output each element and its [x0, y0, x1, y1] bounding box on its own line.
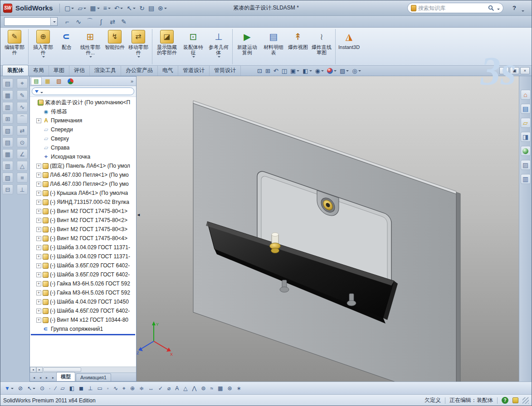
filter-edges-icon[interactable]: ∕ — [54, 384, 57, 393]
command-combobox[interactable] — [4, 17, 58, 26]
rebuild-icon[interactable]: ↻ — [138, 3, 146, 13]
tree-item[interactable]: + (固定) Панель ЛА6<1> (По умол — [30, 161, 136, 170]
expand-toggle-icon[interactable]: + — [36, 290, 41, 295]
filter-datums-icon[interactable]: △ — [182, 384, 188, 393]
left-toolbar-icon[interactable]: ∿ — [17, 102, 28, 112]
tree-item[interactable]: + (-) Шайба 4.65Г.029 ГОСТ 6402- — [30, 306, 136, 315]
filter-sketch-points-icon[interactable]: ◦ — [106, 384, 110, 393]
tab-animation1[interactable]: Анимация1 — [76, 373, 111, 381]
search-dropdown-chevron[interactable] — [496, 4, 500, 12]
go-last-tab-button[interactable]: ▸ — [50, 374, 56, 381]
scroll-left-arrow[interactable]: ◂ — [30, 367, 36, 372]
left-toolbar-icon[interactable]: ▤ — [2, 78, 13, 88]
expand-toggle-icon[interactable]: + — [36, 182, 41, 187]
fillet-tool-icon[interactable]: ⌐ — [62, 17, 72, 27]
apply-scene-icon[interactable]: ▨ — [339, 67, 350, 75]
filter-connection-points-icon[interactable]: ⊛ — [226, 384, 233, 393]
tree-item[interactable]: 传感器 — [30, 107, 136, 116]
expand-toggle-icon[interactable]: + — [36, 245, 41, 250]
scrollbar-thumb[interactable] — [43, 367, 81, 372]
left-toolbar-icon[interactable]: ✎ — [17, 90, 28, 100]
left-toolbar-icon[interactable]: ⊞ — [2, 114, 13, 124]
tree-item[interactable]: + (-) Шайба 3.04.029 ГОСТ 11371- — [30, 252, 136, 261]
expand-toggle-icon[interactable]: + — [36, 236, 41, 241]
left-toolbar-icon[interactable]: ⊥ — [17, 184, 28, 194]
left-toolbar-icon[interactable]: ⌖ — [17, 78, 28, 88]
filter-sketch-segments-icon[interactable]: ∿ — [112, 384, 119, 393]
expand-toggle-icon[interactable]: + — [36, 272, 41, 277]
tree-item[interactable]: + (-) Гайка М3-6Н.5.026 ГОСТ 592 — [30, 279, 136, 288]
resize-grip[interactable] — [522, 397, 529, 404]
left-toolbar-icon[interactable]: ⌒ — [17, 114, 28, 124]
tab-sketch[interactable]: 草图 — [49, 65, 69, 76]
arc-tool-icon[interactable]: ⌒ — [85, 17, 95, 27]
filter-midpoints-icon[interactable]: ⌖ — [122, 384, 127, 393]
tab-tubing[interactable]: 管筒设计 — [210, 65, 241, 76]
left-toolbar-icon[interactable]: ≡ — [17, 173, 28, 183]
tab-evaluate[interactable]: 评估 — [69, 65, 90, 76]
tab-office-products[interactable]: 办公室产品 — [121, 65, 158, 76]
smart-fasteners-button[interactable]: ↯ 智能扣件 — [103, 29, 126, 64]
save-icon[interactable]: ▦ — [88, 3, 101, 13]
tab-electrical[interactable]: 电气 — [158, 65, 178, 76]
left-toolbar-icon[interactable]: ⊙ — [17, 137, 28, 147]
instant3d-button[interactable]: ◮ Instant3D — [337, 29, 361, 64]
left-toolbar-icon[interactable]: ⇄ — [17, 126, 28, 135]
rollback-bar[interactable] — [31, 334, 135, 335]
expand-toggle-icon[interactable]: + — [36, 191, 41, 196]
expand-toggle-icon[interactable]: + — [36, 318, 41, 323]
expand-toggle-icon[interactable]: + — [36, 281, 41, 286]
help-dropdown-chevron[interactable] — [521, 6, 524, 14]
left-toolbar-icon[interactable]: ▨ — [2, 173, 13, 183]
tab-layout[interactable]: 布局 — [29, 65, 49, 76]
filter-axes-icon[interactable]: ⊥ — [87, 384, 93, 393]
search-input[interactable] — [418, 5, 486, 11]
tree-item[interactable]: + ЛА6.467.030 Петля<2> (По умо — [30, 179, 136, 188]
filter-planes-icon[interactable]: ▭ — [96, 384, 103, 393]
tree-item[interactable]: + (-) Винт М2 ГОСТ 17475-80<4> — [30, 234, 136, 243]
tree-filter-input[interactable] — [32, 87, 134, 95]
expand-toggle-icon[interactable]: + — [36, 209, 41, 214]
assembly-features-button[interactable]: ⊡ 装配体特征 — [180, 29, 206, 64]
tree-item[interactable]: + (-) Гайка М3-6Н.5.026 ГОСТ 592 — [30, 288, 136, 297]
expand-toggle-icon[interactable]: + — [36, 300, 41, 304]
panel-collapse-arrow[interactable]: ◄ — [137, 213, 141, 217]
tree-item[interactable]: + ЛА6.467.030 Петля<1> (По умо — [30, 170, 136, 179]
tree-item[interactable]: + (-) Шайба 3.65Г.029 ГОСТ 6402- — [30, 261, 136, 270]
selection-filter-toggle-icon[interactable]: ▼ — [4, 384, 15, 393]
expand-toggle-icon[interactable]: + — [36, 118, 41, 123]
left-toolbar-icon[interactable]: ∠ — [17, 149, 28, 159]
tab-model[interactable]: 模型 — [56, 372, 75, 381]
magnified-selection-icon[interactable]: ⊙ — [39, 384, 45, 393]
zoom-fit-icon[interactable]: ⊡ — [256, 67, 263, 75]
select-icon[interactable]: ↖ — [125, 3, 137, 13]
combobox-chevron[interactable] — [50, 18, 57, 25]
filter-datum-targets-icon[interactable]: ⊚ — [200, 384, 206, 393]
expand-toggle-icon[interactable]: + — [36, 227, 41, 232]
new-document-icon[interactable]: ▢ — [63, 3, 75, 13]
new-motion-study-button[interactable]: ▶ 新建运动算例 — [234, 29, 260, 64]
left-toolbar-icon[interactable]: ▦ — [2, 90, 13, 100]
tree-item[interactable]: + (-) Шайба 3.04.029 ГОСТ 11371- — [30, 243, 136, 252]
expand-toggle-icon[interactable]: + — [36, 173, 41, 178]
expand-toggle-icon[interactable]: + — [36, 263, 41, 268]
exploded-view-button[interactable]: ↟ 爆炸视图 — [287, 29, 309, 64]
move-component-button[interactable]: ⇄ 移动零部件 — [126, 29, 152, 64]
filter-dimensions-icon[interactable]: ↔ — [147, 384, 155, 393]
print-icon[interactable]: ≡ — [102, 3, 112, 13]
expand-toggle-icon[interactable]: + — [36, 309, 41, 314]
previous-view-icon[interactable]: ↶ — [273, 67, 279, 75]
help-icon[interactable]: ? — [512, 5, 516, 11]
go-first-tab-button[interactable]: ◂ — [31, 374, 37, 381]
tree-item[interactable]: + (-) ЯИНД.713157.000-02 Втулка — [30, 198, 136, 207]
tree-item[interactable]: Исходная точка — [30, 152, 136, 161]
undo-icon[interactable]: ↶ — [113, 3, 125, 13]
left-toolbar-icon[interactable]: ▥ — [2, 161, 13, 171]
appearances-icon[interactable] — [521, 146, 531, 156]
show-hidden-components-button[interactable]: ◪ 显示隐藏的零部件 — [154, 29, 180, 64]
left-toolbar-icon[interactable]: △ — [17, 161, 28, 171]
graphics-area[interactable]: Y X Z ◄ — [137, 76, 519, 382]
tree-item[interactable]: + (-) Шайба 4.04.029 ГОСТ 10450 — [30, 297, 136, 306]
spline-tool-icon[interactable]: ∿ — [73, 17, 83, 27]
left-toolbar-icon[interactable]: ⊟ — [2, 184, 13, 194]
